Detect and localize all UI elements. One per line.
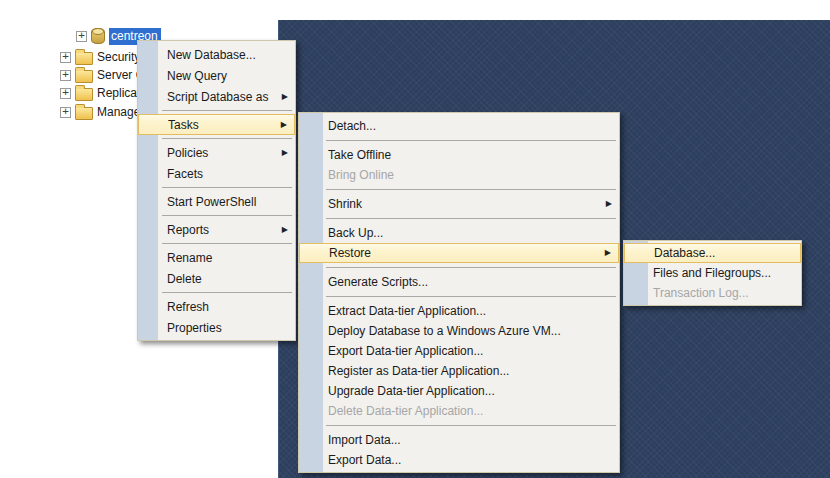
menu-item-label: Export Data-tier Application... [328, 344, 483, 358]
submenu-arrow-icon: ▶ [593, 249, 611, 257]
menu-item-label: Rename [167, 251, 212, 265]
menu-item-generate-scripts[interactable]: Generate Scripts... [299, 272, 619, 292]
menu-item-label: Database... [654, 246, 715, 260]
expand-icon[interactable]: + [60, 107, 71, 118]
expand-icon[interactable]: + [76, 31, 87, 42]
menu-item-new-database[interactable]: New Database... [138, 44, 295, 65]
menu-separator [326, 296, 616, 297]
menu-item-label: Bring Online [328, 168, 394, 182]
tree-item-security[interactable]: + Security [60, 49, 140, 65]
menu-item-label: Detach... [328, 119, 376, 133]
menu-item-label: Refresh [167, 300, 209, 314]
menu-item-label: Start PowerShell [167, 195, 256, 209]
menu-separator [326, 218, 616, 219]
menu-item-bring-online: Bring Online [299, 165, 619, 185]
menu-separator [162, 110, 292, 111]
menu-item-start-powershell[interactable]: Start PowerShell [138, 191, 295, 212]
menu-item-tasks[interactable]: Tasks▶ [138, 114, 295, 135]
menu-item-take-offline[interactable]: Take Offline [299, 145, 619, 165]
menu-separator [162, 292, 292, 293]
menu-item-restore[interactable]: Restore▶ [299, 243, 619, 263]
menu-item-policies[interactable]: Policies▶ [138, 142, 295, 163]
menu-item-label: Extract Data-tier Application... [328, 304, 486, 318]
menu-item-label: Facets [167, 167, 203, 181]
menu-separator [326, 267, 616, 268]
folder-icon [75, 107, 93, 120]
menu-item-transaction-log: Transaction Log... [624, 283, 801, 303]
tasks-submenu: Detach...Take OfflineBring OnlineShrink▶… [298, 112, 620, 473]
menu-item-rename[interactable]: Rename [138, 247, 295, 268]
menu-item-label: Transaction Log... [653, 286, 749, 300]
menu-item-upgrade-data-tier-application[interactable]: Upgrade Data-tier Application... [299, 381, 619, 401]
expand-icon[interactable]: + [60, 52, 71, 63]
database-icon [91, 28, 105, 44]
expand-icon[interactable]: + [60, 70, 71, 81]
menu-item-properties[interactable]: Properties [138, 317, 295, 338]
menu-item-files-and-filegroups[interactable]: Files and Filegroups... [624, 263, 801, 283]
folder-icon [75, 52, 93, 65]
menu-item-delete[interactable]: Delete [138, 268, 295, 289]
folder-icon [75, 88, 93, 101]
menu-item-new-query[interactable]: New Query [138, 65, 295, 86]
menu-separator [162, 243, 292, 244]
menu-item-extract-data-tier-application[interactable]: Extract Data-tier Application... [299, 301, 619, 321]
menu-item-database[interactable]: Database... [624, 243, 801, 263]
expand-icon[interactable]: + [60, 88, 71, 99]
menu-item-export-data-tier-application[interactable]: Export Data-tier Application... [299, 341, 619, 361]
menu-item-label: Tasks [168, 118, 199, 132]
menu-item-label: Deploy Database to a Windows Azure VM... [328, 324, 561, 338]
menu-item-script-database-as[interactable]: Script Database as▶ [138, 86, 295, 107]
menu-separator [162, 187, 292, 188]
menu-item-deploy-database-to-a-windows-azure-vm[interactable]: Deploy Database to a Windows Azure VM... [299, 321, 619, 341]
menu-item-label: Generate Scripts... [328, 275, 428, 289]
menu-item-label: Delete Data-tier Application... [328, 404, 483, 418]
menu-item-label: Script Database as [167, 90, 268, 104]
context-menu: New Database...New QueryScript Database … [137, 40, 296, 341]
menu-separator [326, 425, 616, 426]
menu-item-refresh[interactable]: Refresh [138, 296, 295, 317]
menu-item-export-data[interactable]: Export Data... [299, 450, 619, 470]
menu-item-label: Properties [167, 321, 222, 335]
menu-item-label: Reports [167, 223, 209, 237]
menu-item-label: Register as Data-tier Application... [328, 364, 509, 378]
menu-separator [326, 140, 616, 141]
menu-item-register-as-data-tier-application[interactable]: Register as Data-tier Application... [299, 361, 619, 381]
restore-submenu: Database...Files and Filegroups...Transa… [623, 240, 802, 306]
menu-item-label: Restore [329, 246, 371, 260]
menu-item-reports[interactable]: Reports▶ [138, 219, 295, 240]
menu-item-label: New Database... [167, 48, 256, 62]
menu-item-label: Delete [167, 272, 202, 286]
menu-item-facets[interactable]: Facets [138, 163, 295, 184]
submenu-arrow-icon: ▶ [270, 226, 288, 234]
menu-item-label: Import Data... [328, 433, 401, 447]
menu-separator [162, 138, 292, 139]
menu-item-label: Policies [167, 146, 208, 160]
tree-item-label: Security [97, 50, 140, 64]
menu-item-detach[interactable]: Detach... [299, 116, 619, 136]
menu-separator [326, 189, 616, 190]
menu-item-label: Take Offline [328, 148, 391, 162]
menu-item-delete-data-tier-application: Delete Data-tier Application... [299, 401, 619, 421]
menu-item-import-data[interactable]: Import Data... [299, 430, 619, 450]
submenu-arrow-icon: ▶ [269, 121, 287, 129]
menu-item-label: Back Up... [328, 226, 383, 240]
submenu-arrow-icon: ▶ [270, 149, 288, 157]
menu-item-shrink[interactable]: Shrink▶ [299, 194, 619, 214]
menu-item-back-up[interactable]: Back Up... [299, 223, 619, 243]
ssms-window: + centreon + Security + Server Objects +… [0, 0, 830, 478]
menu-item-label: Shrink [328, 197, 362, 211]
menu-item-label: Export Data... [328, 453, 401, 467]
menu-item-label: New Query [167, 69, 227, 83]
menu-item-label: Upgrade Data-tier Application... [328, 384, 495, 398]
menu-separator [162, 215, 292, 216]
folder-icon [75, 70, 93, 83]
submenu-arrow-icon: ▶ [594, 200, 612, 208]
submenu-arrow-icon: ▶ [270, 93, 288, 101]
menu-item-label: Files and Filegroups... [653, 266, 771, 280]
